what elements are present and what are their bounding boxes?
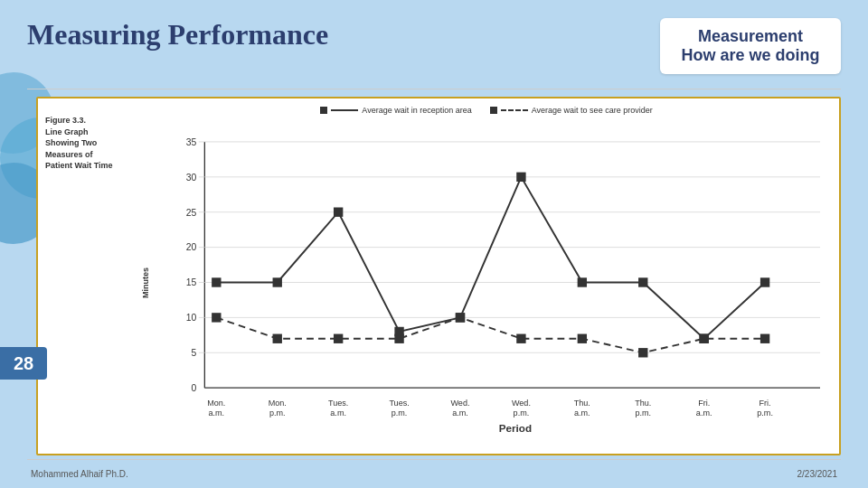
s1-dot-6 [578,277,587,286]
chart-main: Average wait in reception area Average w… [141,106,832,446]
legend-line-dashed [501,109,528,111]
chart-svg: 35 30 25 20 15 [152,118,832,446]
svg-text:p.m.: p.m. [635,408,651,418]
footer: Mohammed Alhaif Ph.D. 2/23/2021 [27,469,841,479]
svg-text:Thu.: Thu. [635,399,651,408]
svg-text:a.m.: a.m. [330,408,346,418]
chart-svg-area: Minutes 35 30 [141,118,832,446]
svg-text:Period: Period [499,422,532,434]
slide-number: 28 [0,347,47,380]
s2-dot-9 [760,334,769,343]
svg-text:Mon.: Mon. [207,399,225,408]
svg-text:p.m.: p.m. [757,408,773,418]
s2-dot-1 [273,334,282,343]
svg-text:Mon.: Mon. [269,399,287,408]
s1-dot-7 [638,277,647,286]
s1-dot-0 [212,277,221,286]
svg-text:a.m.: a.m. [696,408,712,418]
s2-dot-4 [456,313,465,322]
svg-text:p.m.: p.m. [392,408,408,418]
series1-line [216,177,765,339]
slide-title: Measuring Performance [27,18,328,52]
figure-label-col: Figure 3.3. Line Graph Showing Two Measu… [45,106,136,446]
svg-text:20: 20 [186,242,197,252]
legend-label-1: Average wait in reception area [362,106,471,115]
svg-text:a.m.: a.m. [574,408,590,418]
s2-dot-8 [699,334,708,343]
svg-text:Fri.: Fri. [698,399,710,408]
svg-text:Wed.: Wed. [450,399,469,408]
legend-dot-2 [490,107,497,114]
svg-text:30: 30 [186,173,197,183]
svg-text:a.m.: a.m. [208,408,224,418]
legend-item-2: Average wait to see care provider [490,106,653,115]
svg-text:p.m.: p.m. [514,408,530,418]
s2-dot-0 [212,313,221,322]
svg-text:10: 10 [186,313,197,323]
footer-date: 2/23/2021 [797,469,838,479]
svg-text:a.m.: a.m. [452,408,468,418]
s2-dot-6 [578,334,587,343]
legend-label-2: Average wait to see care provider [532,106,653,115]
series2-line [216,317,765,352]
figure-label: Figure 3.3. Line Graph Showing Two Measu… [45,115,136,172]
svg-text:5: 5 [192,348,197,358]
footer-author: Mohammed Alhaif Ph.D. [31,469,128,479]
measurement-box: Measurement How are we doing [660,18,841,74]
s2-dot-5 [516,334,525,343]
legend-dot-1 [320,107,327,114]
s1-dot-5 [516,173,525,182]
main-container: Measuring Performance Measurement How ar… [0,0,868,488]
legend-item-1: Average wait in reception area [320,106,471,115]
s2-dot-3 [394,334,403,343]
top-divider [27,89,841,89]
svg-text:25: 25 [186,208,197,218]
s1-dot-9 [760,277,769,286]
chart-legend: Average wait in reception area Average w… [141,106,832,115]
svg-text:Thu.: Thu. [574,399,590,408]
measurement-subtitle: How are we doing [678,46,823,65]
svg-text:Tues.: Tues. [328,399,348,408]
legend-line-solid [331,109,358,111]
svg-text:Wed.: Wed. [512,399,531,408]
s2-dot-7 [638,348,647,357]
s1-dot-1 [273,277,282,286]
chart-svg-container: 35 30 25 20 15 [152,118,832,446]
measurement-title: Measurement [678,27,823,46]
header-row: Measuring Performance Measurement How ar… [27,18,841,74]
y-axis-label: Minutes [141,118,150,446]
svg-text:Tues.: Tues. [389,399,409,408]
svg-text:0: 0 [192,383,197,393]
s1-dot-2 [334,208,343,217]
s2-dot-2 [334,334,343,343]
svg-text:35: 35 [186,137,197,147]
svg-text:p.m.: p.m. [269,408,286,418]
bottom-divider [27,459,841,460]
chart-wrapper: Figure 3.3. Line Graph Showing Two Measu… [36,97,841,455]
svg-text:Fri.: Fri. [760,399,771,408]
svg-text:15: 15 [186,277,197,287]
